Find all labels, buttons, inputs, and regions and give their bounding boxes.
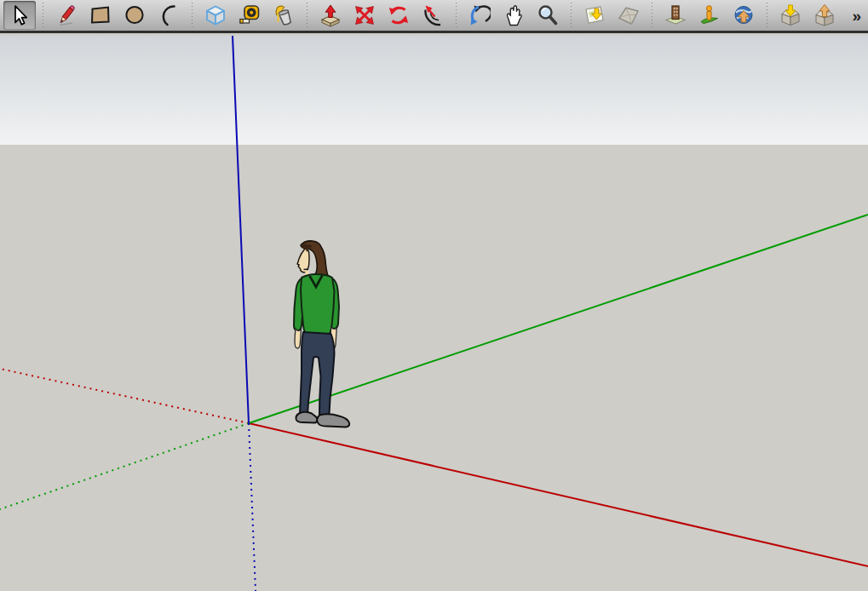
blue-axis-solid [233,36,249,423]
preview-google-earth-button[interactable] [727,1,760,30]
figure-jeans [300,332,335,416]
toolbar-separator [767,3,767,28]
toolbar-separator [652,3,652,28]
move-tool-button[interactable] [348,1,381,30]
toolbar-separator [192,3,193,28]
photo-textures-button[interactable] [659,1,692,30]
push-pull-arrow-icon [319,3,342,27]
make-component-button[interactable] [199,1,232,30]
add-location-button[interactable] [578,1,611,30]
rotate-tool-button[interactable] [382,1,415,30]
tape-measure-icon [239,3,261,27]
pan-hand-icon [503,3,525,27]
toolbar-group-location [578,1,646,30]
toolbar-group-google [658,1,761,30]
figure-left-hand [295,329,301,348]
rectangle-icon [89,3,112,27]
rotate-arrows-icon [388,3,410,27]
terrain-patch-icon [618,3,640,27]
get-models-button[interactable] [774,1,807,30]
select-tool-button[interactable] [3,1,36,30]
green-axis-dotted [0,423,249,509]
arc-icon [158,3,180,27]
map-download-icon [583,3,606,27]
paint-bucket-icon [273,3,295,27]
rectangle-tool-button[interactable] [84,1,117,30]
toolbar-group-utilities [198,1,301,30]
share-model-button[interactable] [808,1,841,30]
toolbar-group-select [3,1,37,30]
component-box-icon [204,3,227,27]
toolbar-separator [456,3,457,28]
person-placement-icon [698,3,721,27]
toolbar-separator [307,3,308,28]
scale-figure[interactable] [290,240,358,431]
offset-arc-arrow-icon [422,3,444,27]
arc-tool-button[interactable] [152,1,185,30]
orbit-icon [468,3,491,27]
select-cursor-icon [9,3,31,27]
globe-upload-icon [733,3,755,27]
figure-left-shoe [296,412,317,423]
figure-chin-line [304,269,309,270]
red-axis-dotted [0,369,249,423]
blue-axis-dotted [249,423,256,591]
drawing-viewport[interactable] [0,36,868,591]
box-download-icon [779,3,802,27]
orbit-tool-button[interactable] [463,1,496,30]
toolbar-group-warehouse [773,1,842,30]
pencil-icon [55,3,78,27]
toggle-terrain-button[interactable] [612,1,645,30]
toolbar-separator [571,3,572,28]
toolbar-group-draw [49,1,186,30]
zoom-tool-button[interactable] [532,1,564,30]
position-camera-button[interactable] [693,1,726,30]
offset-tool-button[interactable] [417,1,449,30]
toolbar-group-camera [463,1,565,30]
toolbar: » [0,0,868,33]
building-on-map-icon [664,3,687,27]
pan-tool-button[interactable] [497,1,530,30]
drawing-axes [0,36,868,591]
magnifying-glass-icon [537,3,559,27]
circle-icon [124,3,146,27]
box-upload-icon [813,3,836,27]
tape-measure-button[interactable] [233,1,266,30]
toolbar-separator [43,3,43,28]
toolbar-overflow-chevron[interactable]: » [852,8,859,24]
push-pull-button[interactable] [314,1,347,30]
paint-bucket-button[interactable] [267,1,300,30]
figure-right-shoe [317,414,349,427]
line-tool-button[interactable] [50,1,83,30]
toolbar-group-modify [313,1,450,30]
red-axis-solid [249,423,868,566]
move-arrows-icon [354,3,376,27]
circle-tool-button[interactable] [118,1,151,30]
